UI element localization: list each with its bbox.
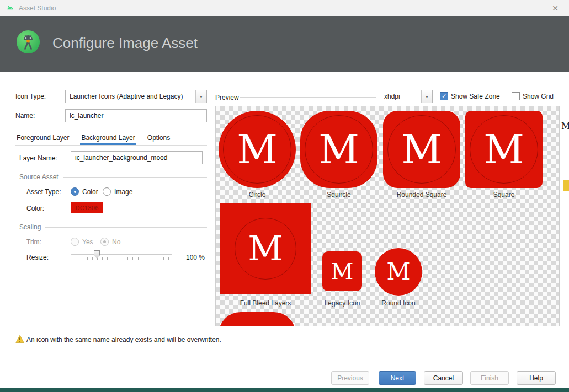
show-safe-zone-label[interactable]: Show Safe Zone <box>451 93 500 100</box>
tab-background-layer[interactable]: Background Layer <box>80 132 136 145</box>
next-button[interactable]: Next <box>379 371 416 385</box>
close-button[interactable]: ✕ <box>547 2 563 14</box>
shape-label-squircle: Squircle <box>297 191 380 198</box>
preview-icon-circle: M <box>219 111 296 188</box>
preview-label: Preview <box>215 94 239 101</box>
scaling-section-title: Scaling <box>19 223 41 231</box>
slider-track[interactable] <box>71 254 172 255</box>
color-swatch[interactable]: DC1306 <box>71 202 103 213</box>
preview-icon-square: M <box>465 111 543 188</box>
shape-label-square: Square <box>462 191 545 198</box>
trim-no-option: No <box>100 238 120 246</box>
density-value: xhdpi <box>380 93 421 100</box>
preview-icon-partial <box>219 312 296 326</box>
color-label: Color: <box>26 205 44 212</box>
icon-type-dropdown[interactable]: Launcher Icons (Adaptive and Legacy) ▼ <box>65 90 207 103</box>
trim-yes-radio <box>71 238 79 246</box>
finish-button-label: Finish <box>481 374 498 382</box>
icon-type-label: Icon Type: <box>15 93 46 100</box>
color-radio[interactable] <box>71 187 79 196</box>
icon-letter: M <box>401 130 442 169</box>
background-window-marker <box>563 180 569 191</box>
section-divider <box>45 227 207 228</box>
shape-label-round: Round Icon <box>357 299 440 307</box>
show-safe-zone-checkbox[interactable]: ✓ <box>440 92 448 100</box>
source-asset-section-title: Source Asset <box>19 173 59 181</box>
preview-divider <box>240 97 376 98</box>
trim-no-radio <box>100 238 109 246</box>
color-radio-label[interactable]: Color <box>82 188 98 196</box>
warning-icon <box>15 335 24 343</box>
layer-name-input[interactable]: ic_launcher_background_mood <box>71 151 203 164</box>
preview-canvas: M M M M Circle Squircle Rounded Square S… <box>215 106 560 326</box>
density-dropdown[interactable]: xhdpi ▼ <box>380 90 433 103</box>
preview-icon-squircle: M <box>300 111 377 188</box>
source-asset-section: Source Asset <box>19 173 207 181</box>
previous-button-label: Previous <box>337 374 363 382</box>
layer-tabs: Foreground Layer Background Layer Option… <box>15 132 207 146</box>
previous-button: Previous <box>331 371 369 385</box>
preview-icon-round: M <box>375 248 422 296</box>
resize-slider[interactable] <box>71 250 172 262</box>
android-logo-icon <box>6 3 15 13</box>
background-statusbar <box>0 388 569 392</box>
show-grid-label[interactable]: Show Grid <box>523 93 554 100</box>
wizard-header: Configure Image Asset <box>0 16 569 72</box>
resize-label: Resize: <box>26 254 49 261</box>
shape-label-circle: Circle <box>216 191 299 198</box>
trim-yes-label: Yes <box>82 238 93 246</box>
icon-type-value: Launcher Icons (Adaptive and Legacy) <box>66 93 195 100</box>
trim-no-label: No <box>112 238 120 246</box>
name-input[interactable]: ic_launcher <box>65 109 207 122</box>
preview-icon-legacy: M <box>322 251 362 291</box>
layer-name-label: Layer Name: <box>19 154 57 162</box>
page-title: Configure Image Asset <box>52 35 198 52</box>
layer-name-value: ic_launcher_background_mood <box>75 154 167 162</box>
section-divider <box>63 177 207 178</box>
scaling-section: Scaling <box>19 223 207 231</box>
show-grid-checkbox[interactable] <box>512 92 520 100</box>
background-window-text: M <box>561 121 569 131</box>
cancel-button[interactable]: Cancel <box>424 371 463 385</box>
preview-icon-rounded-square: M <box>383 111 460 188</box>
image-radio[interactable] <box>103 187 111 196</box>
tab-options[interactable]: Options <box>146 132 171 145</box>
help-button-label: Help <box>529 374 543 382</box>
slider-ticks <box>72 257 172 260</box>
preview-icon-full-bleed: M <box>220 203 311 294</box>
asset-studio-dialog: Asset Studio ✕ Configure Image Asset Ico… <box>0 0 569 392</box>
asset-type-label: Asset Type: <box>26 188 61 196</box>
icon-letter: M <box>386 260 410 283</box>
asset-type-color-option: Color <box>71 187 98 196</box>
icon-letter: M <box>237 130 278 169</box>
trim-label: Trim: <box>26 238 41 246</box>
show-grid-option: Show Grid <box>512 92 554 100</box>
icon-letter: M <box>248 232 283 266</box>
asset-type-image-option: Image <box>103 187 132 196</box>
tab-foreground-layer[interactable]: Foreground Layer <box>15 132 70 145</box>
image-asset-wizard-icon <box>15 29 41 55</box>
next-button-label: Next <box>391 374 405 382</box>
chevron-down-icon: ▼ <box>421 90 432 103</box>
image-radio-label[interactable]: Image <box>114 188 132 196</box>
icon-letter: M <box>331 260 354 282</box>
cancel-button-label: Cancel <box>433 374 454 382</box>
icon-letter: M <box>483 130 524 169</box>
name-value: ic_launcher <box>70 112 103 120</box>
shape-label-full-bleed: Full Bleed Layers <box>224 299 307 307</box>
window-titlebar: Asset Studio ✕ <box>0 0 569 16</box>
warning-message: An icon with the same name already exist… <box>26 336 221 343</box>
check-icon: ✓ <box>442 93 446 100</box>
show-safe-zone-option: ✓ Show Safe Zone <box>440 92 500 100</box>
icon-letter: M <box>318 130 359 169</box>
help-button[interactable]: Help <box>517 371 556 385</box>
close-icon: ✕ <box>552 4 559 13</box>
resize-percent-value: 100 % <box>186 254 205 261</box>
name-label: Name: <box>15 112 35 120</box>
shape-label-rounded-square: Rounded Square <box>380 191 463 198</box>
chevron-down-icon: ▼ <box>195 90 206 103</box>
finish-button: Finish <box>470 371 509 385</box>
color-hex-value: DC1306 <box>75 205 98 211</box>
window-title: Asset Studio <box>19 4 56 12</box>
trim-yes-option: Yes <box>71 238 93 246</box>
